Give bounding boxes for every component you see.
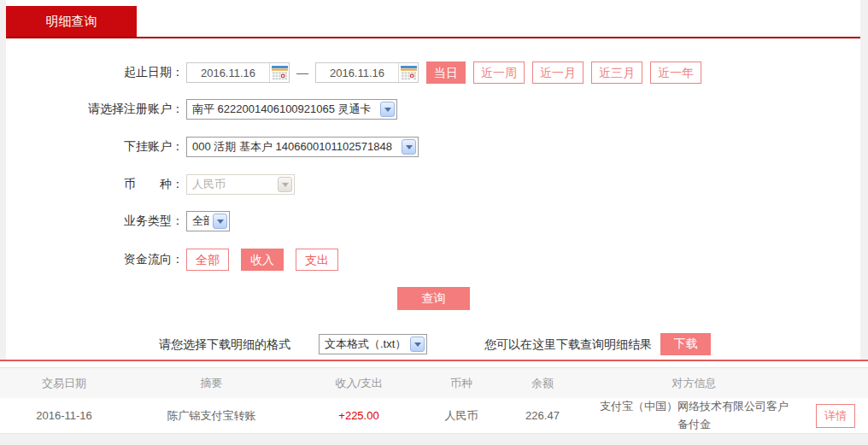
quick-range-year-button[interactable]: 近一年 [650, 61, 701, 84]
header-currency: 币种 [423, 376, 500, 391]
business-type-label: 业务类型： [6, 214, 184, 229]
header-amount: 收入/支出 [295, 376, 423, 391]
chevron-down-icon [410, 337, 425, 352]
tab-underline [6, 37, 860, 38]
register-account-select[interactable]: 南平 6222001406100921065 灵通卡 [186, 99, 397, 120]
cell-currency: 人民币 [423, 408, 500, 424]
cell-amount: +225.00 [295, 409, 423, 422]
quick-range-today-button[interactable]: 当日 [426, 61, 466, 84]
query-panel: 明细查询 起止日期： 2016.11.16 — 20 [6, 0, 860, 360]
detail-button[interactable]: 详情 [816, 404, 855, 428]
sub-account-select[interactable]: 000 活期 基本户 1406600101102571848 [186, 137, 419, 157]
table-header-row: 交易日期 摘要 收入/支出 币种 余额 对方信息 [0, 367, 868, 398]
download-format-label: 请您选择下载明细的格式 [159, 337, 290, 353]
register-account-label: 请选择注册账户： [6, 102, 184, 117]
query-button[interactable]: 查询 [397, 287, 470, 310]
start-date-value: 2016.11.16 [187, 67, 269, 79]
currency-label: 币 种： [6, 177, 184, 192]
chevron-down-icon [380, 102, 395, 117]
sub-account-row: 下挂账户： 000 活期 基本户 1406600101102571848 [6, 136, 860, 158]
cell-balance: 226.47 [500, 409, 585, 422]
start-date-calendar-button[interactable] [269, 63, 289, 82]
business-type-value: 全部 [187, 214, 209, 229]
date-range-row: 起止日期： 2016.11.16 — 2016.11.16 [6, 61, 860, 84]
chevron-down-icon [213, 214, 227, 229]
end-date-input[interactable]: 2016.11.16 [315, 62, 419, 83]
results-table: 交易日期 摘要 收入/支出 币种 余额 对方信息 2016-11-16 陈广锦支… [0, 367, 868, 434]
chevron-down-icon [278, 177, 292, 192]
chevron-down-icon [402, 139, 416, 155]
header-date: 交易日期 [0, 376, 128, 391]
start-date-input[interactable]: 2016.11.16 [186, 62, 290, 83]
date-range-label: 起止日期： [6, 65, 184, 80]
header-summary: 摘要 [128, 376, 295, 391]
business-type-select[interactable]: 全部 [186, 211, 230, 231]
currency-select: 人民币 [186, 174, 295, 195]
register-account-row: 请选择注册账户： 南平 6222001406100921065 灵通卡 [6, 98, 860, 120]
calendar-icon [272, 66, 288, 80]
table-row: 2016-11-16 陈广锦支付宝转账 +225.00 人民币 226.47 支… [0, 398, 868, 434]
header-balance: 余额 [500, 376, 585, 391]
download-row: 请您选择下载明细的格式 文本格式（.txt） 您可以在这里下载查询明细结果 下载 [6, 333, 860, 355]
calendar-icon [401, 66, 417, 80]
register-account-value: 南平 6222001406100921065 灵通卡 [187, 102, 377, 117]
spacer [0, 361, 868, 367]
fund-flow-income-button[interactable]: 收入 [241, 249, 284, 271]
tab-detail-query[interactable]: 明细查询 [6, 6, 137, 37]
end-date-value: 2016.11.16 [316, 67, 398, 79]
currency-value: 人民币 [187, 177, 274, 192]
download-hint: 您可以在这里下载查询明细结果 [484, 337, 652, 353]
cell-action: 详情 [803, 404, 868, 428]
cell-summary: 陈广锦支付宝转账 [128, 408, 295, 424]
header-counterparty: 对方信息 [585, 376, 803, 391]
quick-range-quarter-button[interactable]: 近三月 [591, 61, 642, 84]
download-format-select[interactable]: 文本格式（.txt） [319, 334, 427, 354]
download-button[interactable]: 下载 [660, 333, 711, 355]
download-format-value: 文本格式（.txt） [320, 337, 407, 352]
fund-flow-expense-button[interactable]: 支出 [296, 249, 338, 271]
quick-range-week-button[interactable]: 近一周 [473, 61, 525, 84]
cell-date: 2016-11-16 [0, 409, 128, 422]
business-type-row: 业务类型： 全部 [6, 210, 860, 232]
end-date-calendar-button[interactable] [398, 63, 418, 82]
quick-range-month-button[interactable]: 近一月 [532, 61, 584, 84]
sub-account-label: 下挂账户： [6, 139, 184, 155]
date-separator: — [296, 66, 308, 79]
sub-account-value: 000 活期 基本户 1406600101102571848 [187, 139, 398, 155]
currency-row: 币 种： 人民币 [6, 173, 860, 196]
fund-flow-row: 资金流向： 全部 收入 支出 [6, 249, 860, 271]
counterparty-text: 支付宝（中国）网络技术有限公司客户备付金 [595, 398, 794, 432]
fund-flow-all-button[interactable]: 全部 [186, 249, 229, 271]
cell-counterparty: 支付宝（中国）网络技术有限公司客户备付金 [585, 398, 803, 432]
tab-label: 明细查询 [46, 14, 97, 30]
fund-flow-label: 资金流向： [6, 252, 184, 267]
